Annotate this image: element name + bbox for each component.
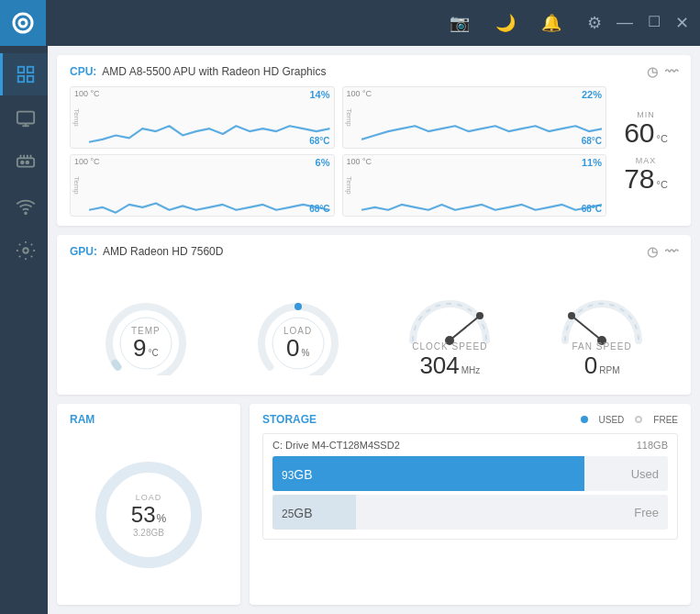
svg-rect-2 — [17, 67, 23, 73]
cpu-name: AMD A8-5500 APU with Radeon HD Graphics — [102, 65, 326, 78]
bell-icon[interactable]: 🔔 — [541, 13, 561, 33]
sidebar — [0, 46, 48, 614]
maximize-button[interactable]: ☐ — [648, 13, 661, 33]
ram-card-header: RAM — [70, 413, 228, 426]
cpu-max-value: 78 — [624, 165, 654, 193]
cpu-charts-left: 100 °C 14% Temp 68°C 100 °C 6% Temp — [70, 86, 335, 217]
ram-load-gb: 3.28GB — [131, 527, 166, 537]
drive-header-0: C: Drive M4-CT128M4SSD2 118GB — [272, 440, 668, 451]
sidebar-item-dashboard[interactable] — [0, 53, 48, 95]
storage-drive-0: C: Drive M4-CT128M4SSD2 118GB 93GB Used — [262, 433, 678, 540]
chart-temp-max-3: 100 °C — [74, 157, 100, 166]
storage-used-label-suffix: Used — [584, 456, 668, 491]
sidebar-item-network[interactable] — [0, 185, 48, 228]
minimize-button[interactable]: — — [617, 13, 633, 33]
storage-free-row: 25GB Free — [272, 495, 668, 530]
svg-rect-4 — [17, 76, 23, 82]
ram-content: LOAD 53 % 3.28GB — [70, 433, 228, 596]
svg-rect-3 — [27, 67, 32, 73]
moon-icon[interactable]: 🌙 — [495, 13, 516, 33]
svg-line-25 — [450, 316, 480, 340]
cpu-stats: MIN 60 °C MAX 78 °C — [614, 86, 678, 217]
gpu-content: TEMP 9 °C LOAD 0 — [70, 266, 678, 385]
chart-y-label-4: Temp — [345, 176, 353, 195]
gpu-temp-unit: °C — [148, 348, 158, 358]
cpu-card-actions: ◷ 〰 — [647, 64, 678, 79]
gpu-fan-unit: RPM — [599, 365, 619, 375]
gpu-fan-label: FAN SPEED — [572, 341, 632, 352]
storage-used-value: 93GB — [282, 464, 313, 484]
gear-icon[interactable]: ⚙ — [587, 13, 602, 33]
gpu-clock-gauge: CLOCK SPEED 304 MHz — [399, 272, 500, 380]
cpu-chart-icon[interactable]: ◷ — [647, 64, 658, 79]
ram-load-value: 53 — [131, 501, 156, 527]
titlebar: 📷 🌙 🔔 ⚙ — ☐ ✕ — [0, 0, 700, 46]
storage-label: STORAGE — [262, 413, 317, 426]
ram-card: RAM LOAD 53 % 3.28GB — [57, 404, 240, 605]
storage-used-bar: 93GB — [272, 456, 584, 491]
gpu-load-gauge: LOAD 0 % — [248, 293, 349, 360]
gpu-card-actions: ◷ 〰 — [647, 244, 678, 259]
cpu-chart-core3: 100 °C 6% Temp 68°C — [70, 154, 335, 217]
sidebar-item-gpu[interactable] — [0, 141, 48, 184]
cpu-chart-core4: 100 °C 11% Temp 68°C — [342, 154, 607, 217]
storage-title: STORAGE — [262, 413, 317, 426]
cpu-card: CPU: AMD A8-5500 APU with Radeon HD Grap… — [57, 55, 691, 226]
gpu-card-header: GPU: AMD Radeon HD 7560D ◷ 〰 — [70, 244, 678, 259]
gpu-label: GPU: — [70, 245, 97, 258]
cpu-min-stat: MIN 60 °C — [624, 110, 668, 147]
chart-percent-4: 11% — [582, 157, 602, 168]
used-legend-label: USED — [599, 415, 625, 425]
cpu-wave-icon[interactable]: 〰 — [665, 64, 678, 79]
free-legend-dot — [635, 416, 642, 423]
svg-point-26 — [476, 312, 483, 319]
ram-donut-container: LOAD 53 % 3.28GB — [89, 455, 208, 575]
chart-temp-bottom-2: 68°C — [582, 136, 602, 146]
svg-point-1 — [19, 19, 27, 27]
storage-header: STORAGE USED FREE — [262, 413, 678, 426]
svg-point-0 — [14, 14, 32, 32]
svg-rect-6 — [17, 112, 33, 124]
gpu-load-value: 0 — [286, 336, 299, 360]
chart-percent-1: 14% — [309, 89, 329, 100]
gpu-clock-label: CLOCK SPEED — [412, 341, 487, 352]
storage-free-label-suffix: Free — [356, 495, 669, 530]
svg-point-17 — [23, 248, 28, 253]
gpu-chart-icon[interactable]: ◷ — [647, 244, 658, 259]
storage-free-bar: 25GB — [272, 495, 356, 530]
cpu-charts-right: 100 °C 22% Temp 68°C 100 °C 11% Temp — [342, 86, 607, 217]
cpu-chart-core2: 100 °C 22% Temp 68°C — [342, 86, 607, 149]
drive-name-0: C: Drive M4-CT128M4SSD2 — [272, 440, 400, 451]
gpu-temp-value: 9 — [133, 336, 146, 360]
sidebar-item-settings[interactable] — [0, 229, 48, 272]
gpu-name: AMD Radeon HD 7560D — [103, 245, 223, 258]
gpu-wave-icon[interactable]: 〰 — [665, 244, 678, 259]
app-logo — [0, 0, 46, 46]
cpu-label: CPU: — [70, 65, 96, 78]
titlebar-icons: 📷 🌙 🔔 ⚙ — [450, 13, 602, 33]
storage-free-value: 25GB — [282, 503, 313, 522]
cpu-chart-core1: 100 °C 14% Temp 68°C — [70, 86, 335, 149]
used-legend-dot — [581, 416, 588, 423]
drive-total-0: 118GB — [637, 440, 668, 451]
sidebar-item-monitor[interactable] — [0, 97, 48, 140]
chart-svg-1 — [89, 102, 330, 149]
ram-label: RAM — [70, 413, 94, 426]
chart-svg-3 — [89, 170, 330, 217]
chart-temp-bottom-1: 68°C — [309, 136, 329, 146]
chart-svg-4 — [361, 170, 603, 217]
svg-point-16 — [25, 212, 27, 214]
gpu-clock-value: 304 — [419, 352, 459, 380]
window-controls: — ☐ ✕ — [617, 13, 689, 33]
ram-load-label: LOAD — [131, 492, 166, 501]
storage-used-text: Used — [631, 467, 659, 481]
chart-temp-bottom-4: 68°C — [582, 204, 602, 214]
chart-temp-max-4: 100 °C — [347, 157, 372, 166]
gpu-fan-gauge: FAN SPEED 0 RPM — [551, 272, 652, 380]
camera-icon[interactable]: 📷 — [450, 13, 470, 33]
cpu-min-value: 60 — [624, 119, 654, 147]
storage-legend: USED FREE — [581, 415, 678, 425]
cpu-min-unit: °C — [657, 133, 668, 144]
close-button[interactable]: ✕ — [675, 13, 689, 33]
svg-point-29 — [568, 312, 575, 319]
